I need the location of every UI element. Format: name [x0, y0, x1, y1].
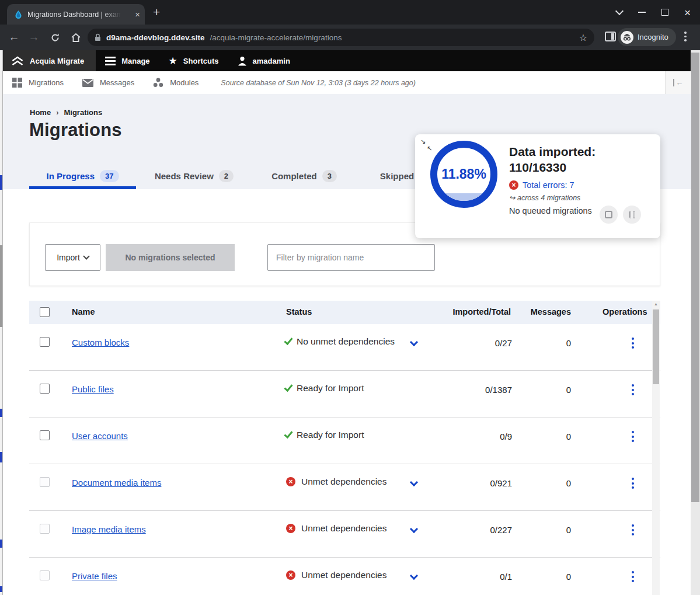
total-errors-link[interactable]: Total errors: 7 — [523, 180, 574, 190]
admin-item-label: amadamin — [253, 57, 290, 65]
home-icon[interactable] — [69, 30, 83, 44]
status-text: Unmet dependencies — [301, 570, 387, 580]
bookmark-star-icon[interactable]: ☆ — [579, 32, 587, 43]
success-check-icon — [284, 382, 292, 392]
table-row: Custom blocksNo unmet dependencies0/270 — [29, 324, 660, 371]
messages-cell: 0 — [525, 525, 571, 535]
table-scrollbar[interactable]: ▲ — [652, 301, 660, 595]
status-expand-chevron[interactable] — [410, 478, 418, 486]
url-domain: d9ama-ddevblog.ddev.site — [106, 33, 205, 42]
address-bar[interactable]: d9ama-ddevblog.ddev.site /acquia-migrate… — [88, 29, 594, 46]
window-controls: × — [617, 0, 695, 25]
stop-button[interactable] — [600, 206, 618, 224]
import-dropdown-button[interactable]: Import — [45, 244, 100, 271]
active-tab-underline — [29, 186, 136, 189]
breadcrumb: Home › Migrations — [30, 108, 102, 117]
scroll-up-icon[interactable]: ▲ — [652, 302, 660, 306]
imported-total-cell: 0/27 — [432, 338, 512, 348]
status-expand-chevron[interactable] — [410, 572, 418, 580]
migration-name-link[interactable]: Image media items — [72, 524, 146, 534]
migration-name-link[interactable]: Private files — [72, 571, 117, 581]
imported-total-cell: 0/1 — [432, 572, 512, 582]
browser-tab[interactable]: Migrations Dashboard | example × — [7, 4, 145, 25]
reload-icon[interactable] — [48, 30, 62, 44]
row-operations-menu[interactable] — [632, 524, 634, 535]
hamburger-icon — [105, 57, 116, 65]
row-checkbox[interactable] — [40, 384, 50, 394]
incognito-label: Incognito — [638, 33, 668, 41]
minimize-icon[interactable] — [638, 12, 646, 13]
search-tabs-icon[interactable] — [615, 7, 624, 15]
toolbar-item-migrations[interactable]: Migrations — [3, 78, 73, 88]
window-scrollbar[interactable] — [691, 50, 700, 595]
migrations-table: NameStatusImported/TotalMessagesOperatio… — [29, 301, 660, 595]
tab-in-progress[interactable]: In Progress37 — [29, 163, 136, 189]
pause-button[interactable] — [623, 206, 641, 224]
total-errors-row: Total errors: 7 — [509, 180, 652, 190]
row-checkbox[interactable] — [40, 337, 50, 347]
tab-completed[interactable]: Completed3 — [267, 163, 341, 189]
admin-item-label: Manage — [121, 57, 149, 65]
row-operations-menu[interactable] — [632, 384, 634, 395]
admin-item-shortcuts[interactable]: ★ Shortcuts — [159, 50, 228, 71]
page-title: Migrations — [29, 120, 122, 141]
row-checkbox — [40, 477, 50, 487]
envelope-icon — [82, 79, 93, 87]
row-operations-menu[interactable] — [632, 337, 634, 349]
row-operations-menu[interactable] — [632, 478, 634, 489]
side-panel-icon[interactable] — [605, 32, 616, 41]
imported-total-cell: 0/1387 — [432, 385, 512, 395]
across-migrations-text: across 4 migrations — [517, 194, 580, 202]
migration-name-link[interactable]: User accounts — [72, 431, 128, 441]
status-cell: Ready for Import — [286, 383, 364, 394]
admin-item-manage[interactable]: Manage — [96, 50, 159, 71]
hook-arrow-icon: ↪ — [509, 194, 515, 202]
table-row: Private filesUnmet dependencies0/10 — [29, 558, 660, 595]
tab-close-icon[interactable]: × — [135, 10, 140, 19]
table-scrollbar-thumb[interactable] — [653, 309, 659, 384]
chevron-down-icon — [83, 253, 89, 259]
migration-name-link[interactable]: Custom blocks — [72, 337, 129, 347]
status-text: Unmet dependencies — [301, 523, 387, 534]
migration-name-link[interactable]: Document media items — [72, 478, 161, 488]
filter-input[interactable] — [267, 244, 435, 271]
resize-arrow-icon[interactable]: ↖ — [427, 145, 432, 152]
window-scrollbar-thumb[interactable] — [691, 53, 699, 502]
back-icon[interactable]: ← — [7, 30, 21, 44]
row-checkbox[interactable] — [40, 430, 50, 440]
window-close-icon[interactable]: × — [684, 7, 691, 18]
new-tab-button[interactable]: + — [153, 5, 160, 19]
user-icon — [238, 56, 247, 66]
column-header-imported-total: Imported/Total — [403, 307, 511, 316]
across-migrations-note: ↪ across 4 migrations — [509, 193, 652, 202]
star-icon: ★ — [169, 55, 177, 67]
browser-menu-icon[interactable] — [684, 32, 687, 41]
progress-details: Data imported: 110/16330 Total errors: 7… — [509, 144, 652, 215]
status-text: Ready for Import — [297, 383, 364, 394]
row-operations-menu[interactable] — [632, 571, 634, 582]
acquia-chevrons-icon — [11, 56, 24, 66]
row-operations-menu[interactable] — [632, 431, 634, 442]
tab-label: Completed — [271, 171, 317, 181]
tab-label: In Progress — [47, 171, 95, 181]
admin-item-label: Acquia Migrate — [30, 57, 84, 65]
migration-name-link[interactable]: Public files — [72, 384, 114, 394]
toolbar-collapse-button[interactable]: ← — [665, 71, 691, 94]
status-text: No unmet dependencies — [297, 336, 395, 347]
admin-item-user[interactable]: amadamin — [228, 50, 299, 71]
toolbar-item-label: Modules — [170, 78, 198, 87]
maximize-icon[interactable] — [661, 9, 668, 16]
select-all-checkbox[interactable] — [40, 307, 50, 317]
admin-item-acquia-migrate[interactable]: Acquia Migrate — [3, 50, 96, 71]
resize-arrow-icon[interactable]: ↘ — [420, 138, 426, 145]
toolbar-item-label: Messages — [100, 78, 134, 87]
table-row: Image media itemsUnmet dependencies0/227… — [29, 511, 660, 558]
pause-icon — [629, 211, 635, 218]
toolbar-item-modules[interactable]: Modules — [144, 78, 208, 88]
breadcrumb-home-link[interactable]: Home — [30, 108, 51, 117]
toolbar-item-messages[interactable]: Messages — [73, 78, 144, 87]
collapse-arrow-icon: ← — [675, 79, 683, 86]
status-expand-chevron[interactable] — [410, 525, 418, 533]
tab-needs-review[interactable]: Needs Review2 — [149, 163, 239, 189]
status-expand-chevron[interactable] — [410, 338, 418, 346]
